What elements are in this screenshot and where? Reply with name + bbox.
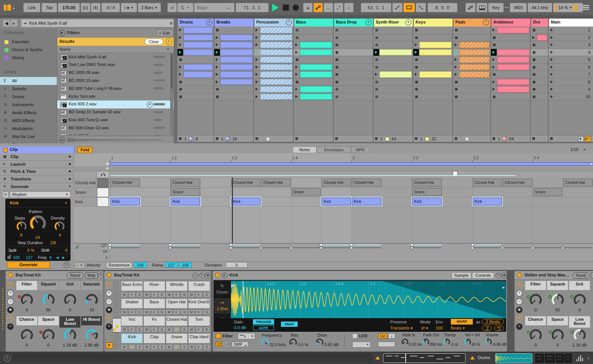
clip[interactable] — [300, 71, 332, 78]
scene-launch-icon[interactable] — [551, 66, 553, 69]
clip-play-icon[interactable] — [256, 36, 258, 39]
clip[interactable] — [497, 49, 529, 56]
midi-note[interactable]: Snare — [533, 188, 563, 196]
clip-stop-button[interactable] — [533, 51, 535, 54]
clip-slot[interactable] — [453, 93, 490, 101]
clip-slot[interactable] — [214, 86, 253, 93]
randomize-amount-field[interactable]: 100 — [134, 262, 147, 268]
clip-slot[interactable] — [531, 64, 548, 71]
scale-icon[interactable]: ♭♯ — [168, 3, 177, 12]
clip-slot[interactable] — [453, 64, 490, 71]
macro-name[interactable]: Low Boost — [569, 316, 590, 328]
pad-play-button[interactable] — [196, 344, 202, 350]
midi-note[interactable]: Closed Hat — [563, 179, 593, 187]
clip-slot[interactable] — [334, 49, 373, 56]
pad-mute-button[interactable]: M — [121, 309, 128, 315]
pattern-knob[interactable] — [30, 215, 46, 231]
clip-slot[interactable] — [491, 86, 530, 93]
clip-stop-button[interactable] — [455, 81, 458, 83]
clip-stop-button[interactable] — [533, 88, 535, 91]
loop-end-marker[interactable]: ◀ — [590, 162, 592, 166]
drum-pad-shaker[interactable]: ShakerMS — [121, 298, 143, 315]
frequency-knob[interactable] — [261, 339, 269, 346]
pad-solo-button[interactable]: S — [181, 344, 188, 350]
clip-overview-strip[interactable] — [383, 353, 466, 363]
clip[interactable] — [260, 27, 292, 33]
clip-stop-button[interactable] — [415, 88, 418, 91]
macro-knob[interactable] — [530, 329, 542, 341]
pad-play-button[interactable] — [129, 344, 135, 350]
clip-play-icon[interactable] — [455, 43, 457, 46]
wave-end-flag-icon[interactable]: ◀ — [502, 286, 504, 289]
save-preset-icon[interactable]: ▣ — [205, 273, 211, 278]
punch-out-button[interactable] — [416, 3, 426, 12]
clip-stop-button[interactable] — [216, 88, 219, 91]
drum-pad-riser[interactable]: RiserMS — [143, 281, 165, 298]
clip-play-icon[interactable] — [532, 36, 535, 39]
scene-launch-icon[interactable] — [551, 88, 553, 91]
file-row[interactable]: BD 909 Clean 02.wav — [57, 124, 174, 132]
name-column-header[interactable]: Name▲ — [57, 46, 174, 53]
clip-slot[interactable] — [531, 41, 548, 49]
preview-play-icon[interactable] — [222, 273, 227, 278]
track-menu-icon[interactable]: ≡ — [483, 19, 489, 25]
pad-name[interactable]: Snare — [166, 333, 188, 344]
deviation-field[interactable]: 0 — [226, 262, 248, 268]
midi-note[interactable]: Closed Hat — [231, 179, 261, 187]
browser-back-button[interactable]: ◀ — [3, 20, 10, 27]
pad-solo-button[interactable]: S — [203, 344, 210, 350]
clip-stop-button[interactable] — [493, 96, 496, 98]
track-header-bass-drop[interactable]: Bass Drop▼ — [334, 18, 373, 27]
midi-note-kick[interactable]: Kick — [231, 198, 261, 206]
macro-value[interactable]: 0 — [569, 308, 590, 312]
clip-stop-button[interactable] — [179, 96, 182, 98]
clip[interactable] — [380, 49, 412, 56]
macro-knob[interactable] — [42, 294, 55, 306]
pad-name[interactable]: Bass Echo — [121, 281, 143, 291]
session-view-toggle[interactable] — [573, 5, 578, 11]
pad-name[interactable]: Kick OverD — [188, 298, 210, 309]
pad-play-button[interactable] — [151, 327, 158, 332]
device-title[interactable]: Skitter and Step Mas... — [524, 273, 569, 277]
pad-solo-button[interactable]: S — [136, 327, 143, 332]
clip-play-icon[interactable] — [493, 80, 495, 83]
clip-stop-button[interactable] — [336, 88, 338, 91]
midi-note[interactable]: Closed Hat — [261, 179, 291, 187]
midi-note[interactable]: Snare — [171, 188, 200, 196]
clip-stop-button[interactable] — [375, 96, 378, 98]
clip-slot[interactable] — [334, 71, 373, 78]
scrollbar-thumb[interactable] — [171, 54, 173, 89]
clip-stop-button[interactable] — [375, 44, 378, 46]
clip-play-icon[interactable] — [216, 80, 218, 83]
clip[interactable] — [419, 42, 452, 48]
drum-pad-bass-echo[interactable]: Bass EchoMS — [121, 281, 143, 298]
clip-slot[interactable]: 4 — [549, 49, 593, 56]
clip[interactable] — [220, 42, 253, 48]
clip-play-icon[interactable] — [415, 73, 417, 76]
macro-name[interactable]: Filter — [525, 281, 546, 290]
density-knob[interactable] — [55, 221, 64, 231]
clip-slot[interactable] — [491, 78, 530, 86]
clip-stop-button[interactable] — [415, 58, 418, 61]
macro-knob[interactable] — [42, 329, 55, 341]
clip-slot[interactable] — [214, 93, 253, 101]
midi-note-kick[interactable]: Kick — [322, 198, 351, 206]
clip-play-icon[interactable] — [493, 66, 495, 69]
macro-value[interactable]: 0 — [38, 343, 59, 347]
velocity-marker[interactable] — [108, 243, 111, 246]
clip-stop-button[interactable] — [533, 81, 535, 83]
lfo-rate-field[interactable] — [378, 342, 395, 347]
clip-playing-icon[interactable] — [375, 51, 377, 54]
pad-play-icon[interactable] — [176, 328, 177, 331]
pad-play-button[interactable] — [173, 292, 180, 297]
lane-left-icon[interactable]: ◂ — [76, 264, 78, 267]
clip-slot[interactable] — [413, 86, 452, 93]
macro-value[interactable]: 1.18 dB — [60, 343, 80, 347]
pad-play-icon[interactable] — [131, 293, 133, 296]
midi-note-kick[interactable]: Kick — [110, 198, 140, 206]
randomize-button[interactable]: Randomize — [106, 262, 132, 268]
drum-pad-clap[interactable]: ClapMS — [143, 333, 165, 350]
clip-play-icon[interactable] — [586, 138, 588, 140]
clip-slot[interactable] — [531, 78, 548, 86]
clip-stop-button[interactable] — [179, 81, 182, 83]
